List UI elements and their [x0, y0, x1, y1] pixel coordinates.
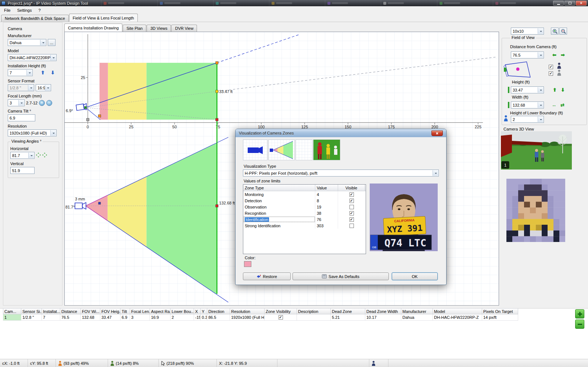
narrow-width-icon[interactable]: ↔ [552, 103, 556, 107]
vertical-angle-input[interactable]: 51.9 [10, 167, 35, 174]
close-button[interactable]: × [576, 1, 587, 6]
restore-button[interactable]: Restore [243, 272, 291, 280]
increase-distance-icon[interactable]: ➡ [561, 53, 565, 57]
column-header[interactable]: X [194, 308, 201, 314]
column-value[interactable]: Value [315, 185, 338, 191]
remove-camera-button[interactable] [575, 320, 584, 329]
zone-color-swatch[interactable] [244, 261, 251, 267]
bottom-table-row[interactable]: 11/2.8 "776.5132.6833.476.9316:92-150.38… [3, 314, 518, 321]
decrease-distance-icon[interactable]: ⬅ [552, 53, 556, 57]
column-header[interactable]: Y [201, 308, 207, 314]
people-zones-preview[interactable] [313, 139, 340, 160]
camera-3d-view-image[interactable]: 1 [501, 131, 572, 170]
background-window-tab[interactable] [269, 0, 325, 6]
zone-visible-checkbox[interactable] [349, 224, 354, 228]
zone-row[interactable]: Monitoring4 [243, 191, 366, 197]
zone-row[interactable]: Observation19 [243, 204, 366, 210]
fit-angles-icon[interactable] [36, 153, 41, 158]
drawing-tab[interactable]: Camera Installation Drawing [64, 24, 122, 32]
zone-row[interactable]: Strong Identification303 [243, 222, 366, 229]
background-window-tab[interactable] [437, 0, 493, 6]
column-header[interactable]: Focal Len... [130, 308, 150, 314]
widen-width-icon[interactable]: ⇄ [560, 103, 564, 107]
column-header[interactable]: Resolution [230, 308, 265, 314]
browse-manufacturer-button[interactable]: ... [48, 39, 55, 46]
background-window-tab[interactable] [493, 0, 549, 6]
width-select[interactable]: 132.68 [511, 101, 544, 108]
zone-visible-checkbox[interactable] [349, 217, 354, 222]
background-window-tab[interactable] [381, 0, 437, 6]
resolution-select[interactable]: 1920x1080 (Full HD) [8, 129, 57, 136]
camera-zones-preview[interactable] [268, 139, 295, 160]
aspect-ratio-select[interactable]: 16:9 [36, 84, 51, 91]
menu-item-file[interactable]: File [1, 7, 14, 14]
grid-scale-select[interactable]: 10x10 [511, 28, 544, 35]
zoom-in-button[interactable] [551, 28, 559, 35]
expand-angles-icon[interactable] [42, 153, 47, 158]
zone-visible-checkbox[interactable] [349, 211, 354, 215]
background-window-tab[interactable] [325, 0, 381, 6]
column-header[interactable]: Distance [60, 308, 81, 314]
column-header[interactable]: FOV Wi... [81, 308, 100, 314]
dialog-close-button[interactable]: × [431, 131, 443, 136]
column-header[interactable]: Direction [207, 308, 230, 314]
distance-from-camera-select[interactable]: 76.5 [511, 51, 544, 58]
add-camera-button[interactable] [575, 309, 584, 318]
increase-height-icon[interactable]: ⬆ [553, 88, 557, 92]
menu-item-settings[interactable]: Settings [14, 7, 35, 14]
zoom-out-button[interactable] [559, 28, 567, 35]
horizontal-angle-select[interactable]: 81.7 [10, 152, 35, 159]
zone-visible-checkbox[interactable] [349, 205, 354, 209]
column-header[interactable]: Sensor Si... [21, 308, 42, 314]
background-window-tab[interactable] [213, 0, 269, 6]
app-tab[interactable]: Network Bandwidth & Disk Space [1, 15, 69, 22]
ok-button[interactable]: OK [392, 272, 438, 280]
drawing-tab[interactable]: Site Plan [123, 25, 146, 32]
maximize-button[interactable] [564, 1, 575, 6]
empty-grid-preview[interactable] [295, 139, 312, 160]
save-as-defaults-button[interactable]: Save As Defaults [293, 272, 389, 280]
zone-row[interactable]: Identification76 [243, 216, 366, 222]
column-header[interactable]: Zone Visibility [265, 308, 297, 314]
decrease-height-icon[interactable]: ⬇ [561, 88, 565, 92]
visualization-type-select[interactable]: H-PPF: Pixels per Foot (horizontal), px/… [243, 170, 439, 177]
focal-reset-button[interactable]: − [46, 100, 52, 106]
column-header[interactable]: Dead Zone [331, 308, 365, 314]
zone-row[interactable]: Detection8 [243, 197, 366, 204]
column-header[interactable]: FOV Heig... [100, 308, 121, 314]
menu-item-help[interactable]: ? [35, 7, 44, 14]
height-select[interactable]: 33.47 [511, 86, 544, 93]
column-header[interactable]: Installat... [42, 308, 60, 314]
manufacturer-select[interactable]: Dahua [8, 39, 46, 46]
app-tab[interactable]: Field of View & Lens Focal Length [69, 14, 138, 22]
column-visible[interactable]: Visible [338, 185, 365, 191]
model-select[interactable]: DH-HAC-HFW2220RP- [8, 54, 57, 61]
row-zone-visibility-checkbox[interactable] [279, 315, 283, 320]
column-header[interactable]: Pixels On Target [482, 308, 518, 314]
sensor-format-select[interactable]: 1/2.8 " [8, 84, 34, 91]
zone-row[interactable]: Recognition38 [243, 210, 366, 216]
lower-camera-icon[interactable]: ⬇ [51, 70, 55, 75]
column-header[interactable]: Model [433, 308, 482, 314]
focal-length-select[interactable]: 3 [8, 99, 25, 106]
column-header[interactable]: Cam... [3, 308, 21, 314]
column-zone-type[interactable]: Zone Type [243, 185, 315, 191]
camera-side-preview[interactable] [243, 139, 268, 160]
background-window-tab[interactable] [101, 0, 157, 6]
column-header[interactable]: Tilt [121, 308, 130, 314]
lower-boundary-select[interactable]: 2 [511, 116, 544, 123]
focal-calc-button[interactable]: + [39, 100, 45, 106]
drawing-tab[interactable]: 3D Views [147, 25, 171, 32]
background-window-tab[interactable] [157, 0, 213, 6]
column-header[interactable]: Lower Bou... [171, 308, 194, 314]
dialog-title-bar[interactable]: Visualization of Camera Zones × [236, 129, 446, 137]
show-person-1-checkbox[interactable] [549, 65, 553, 69]
column-header[interactable]: Dead Zone Width [365, 308, 401, 314]
zone-visible-checkbox[interactable] [349, 199, 354, 203]
installation-height-select[interactable]: 7 [8, 69, 33, 76]
zone-visible-checkbox[interactable] [349, 192, 354, 197]
show-person-2-checkbox[interactable] [549, 71, 553, 76]
camera-tilt-input[interactable]: 6.9 [8, 114, 35, 121]
raise-camera-icon[interactable]: ⬆ [41, 70, 45, 75]
column-header[interactable]: Manufacturer [401, 308, 433, 314]
